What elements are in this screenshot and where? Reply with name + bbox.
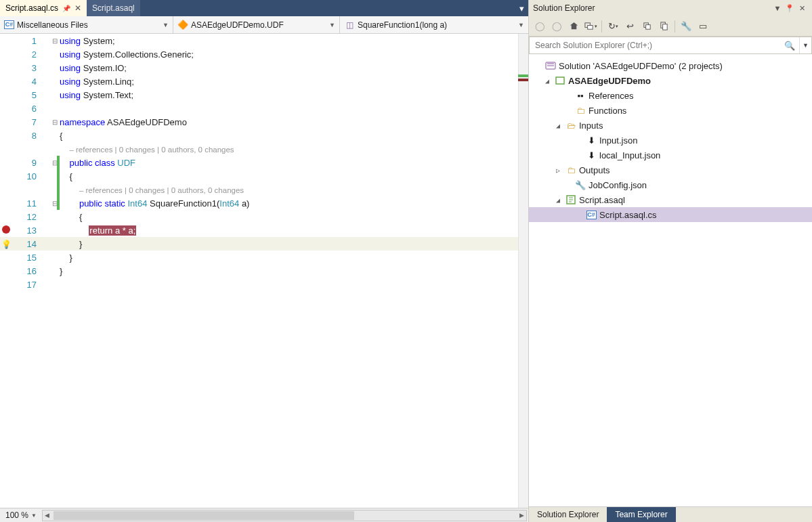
tree-inputs-node[interactable]: ◢ 🗁 Inputs [529, 118, 812, 133]
fold-toggle[interactable]: ⊟ [50, 37, 60, 45]
tab-script-asaql[interactable]: Script.asaql [87, 0, 140, 16]
tree-script-asaql-node[interactable]: ◢ Script.asaql [529, 192, 812, 207]
tab-solution-explorer[interactable]: Solution Explorer [529, 507, 607, 522]
scroll-right-icon[interactable]: ▶ [516, 510, 527, 521]
sync-button[interactable]: ↻▾ [605, 18, 621, 35]
tree-script-cs-node[interactable]: C# Script.asaql.cs [529, 207, 812, 222]
panel-title: Solution Explorer [533, 3, 771, 13]
expand-icon[interactable]: ◢ [553, 196, 563, 204]
nav-project-dropdown[interactable]: C# Miscellaneous Files ▼ [0, 16, 173, 33]
folder-icon: 🗀 [565, 165, 576, 175]
window-position-icon[interactable]: ▼ [771, 4, 784, 12]
expand-icon[interactable]: ◢ [542, 77, 552, 85]
scroll-left-icon[interactable]: ◀ [42, 510, 53, 521]
pin-icon[interactable]: 📍 [784, 4, 796, 13]
nav-member-dropdown[interactable]: ◫ SquareFunction1(long a) ▼ [340, 16, 528, 33]
tree-input-json[interactable]: ⬇ Input.json [529, 133, 812, 148]
download-icon: ⬇ [586, 135, 597, 146]
tab-team-explorer[interactable]: Team Explorer [607, 507, 675, 522]
scrollbar-thumb[interactable] [54, 511, 354, 520]
tree-outputs-node[interactable]: ▷ 🗀 Outputs [529, 162, 812, 177]
breakpoint[interactable] [0, 225, 12, 236]
svg-rect-7 [556, 77, 564, 84]
chevron-down-icon[interactable]: ▼ [31, 513, 41, 519]
references-icon: ▪▪ [575, 90, 586, 101]
search-options-icon[interactable]: ▼ [799, 37, 811, 53]
forward-button[interactable]: ◯ [549, 18, 565, 35]
codelens[interactable]: – references | 0 changes | 0 authors, 0 … [69, 146, 234, 154]
breakpoint-icon [2, 225, 10, 234]
node-label: Inputs [579, 121, 603, 131]
close-icon[interactable]: ✕ [74, 3, 81, 13]
nav-class-dropdown[interactable]: 🔶 ASAEdgeUDFDemo.UDF ▼ [173, 16, 340, 33]
tab-label: Script.asaql.cs [5, 3, 58, 13]
csharp-file-icon: C# [586, 209, 597, 220]
nav-member-label: SquareFunction1(long a) [358, 20, 447, 30]
tree-jobconfig-node[interactable]: 🔧 JobConfig.json [529, 177, 812, 192]
tabs-overflow-button[interactable]: ▾ [515, 0, 528, 16]
tree-solution-node[interactable]: Solution 'ASAEdgeUDFDemo' (2 projects) [529, 58, 812, 73]
document-tabs: Script.asaql.cs 📌 ✕ Script.asaql ▾ [0, 0, 528, 16]
back-button[interactable]: ◯ [532, 18, 548, 35]
navigation-bar: C# Miscellaneous Files ▼ 🔶 ASAEdgeUDFDem… [0, 16, 528, 34]
editor-status-bar: 100 % ▼ ◀ ▶ [0, 508, 528, 522]
tree-references-node[interactable]: ▪▪ References [529, 88, 812, 103]
collapse-all-button[interactable] [639, 18, 655, 35]
overview-change-mark [518, 74, 528, 77]
codelens[interactable]: – references | 0 changes | 0 authors, 0 … [79, 186, 244, 194]
breakpoint-highlight: return a * a; [89, 225, 136, 236]
svg-rect-1 [588, 26, 593, 30]
node-label: ASAEdgeUDFDemo [568, 76, 651, 86]
chevron-down-icon: ▼ [518, 22, 524, 28]
preview-button[interactable]: ▭ [695, 18, 711, 35]
solution-explorer-titlebar: Solution Explorer ▼ 📍 ✕ [529, 0, 812, 16]
overview-ruler[interactable] [518, 34, 528, 508]
node-label: Script.asaql [579, 195, 625, 205]
home-button[interactable] [565, 18, 582, 35]
solution-search[interactable]: 🔍 ▼ [529, 37, 812, 54]
editor-pane: Script.asaql.cs 📌 ✕ Script.asaql ▾ C# Mi… [0, 0, 529, 522]
script-icon [565, 194, 576, 205]
node-label: local_Input.json [599, 150, 660, 160]
solution-tree[interactable]: Solution 'ASAEdgeUDFDemo' (2 projects) ◢… [529, 54, 812, 506]
svg-rect-3 [645, 25, 650, 30]
tree-project-node[interactable]: ◢ ASAEdgeUDFDemo [529, 73, 812, 88]
solution-explorer-pane: Solution Explorer ▼ 📍 ✕ ◯ ◯ ▾ ↻▾ ↩ 🔧 ▭ 🔍… [529, 0, 812, 522]
lightbulb-icon[interactable]: 💡 [1, 240, 12, 249]
tab-label: Script.asaql [92, 3, 135, 13]
bottom-tabs: Solution Explorer Team Explorer [529, 506, 812, 522]
nav-project-label: Miscellaneous Files [17, 20, 88, 30]
nav-class-label: ASAEdgeUDFDemo.UDF [191, 20, 284, 30]
node-label: JobConfig.json [589, 180, 647, 190]
project-icon [555, 75, 565, 86]
close-icon[interactable]: ✕ [796, 4, 808, 13]
fold-toggle[interactable]: ⊟ [50, 118, 60, 126]
solution-search-input[interactable] [530, 41, 780, 50]
expand-icon[interactable]: ◢ [553, 122, 563, 129]
chevron-down-icon: ▼ [329, 22, 335, 28]
scope-button[interactable]: ▾ [582, 18, 599, 35]
node-label: Solution 'ASAEdgeUDFDemo' (2 projects) [559, 61, 723, 71]
tree-local-input-json[interactable]: ⬇ local_Input.json [529, 148, 812, 162]
pin-icon[interactable]: 📌 [62, 5, 70, 12]
properties-button[interactable]: 🔧 [678, 18, 694, 35]
tree-functions-node[interactable]: 🗀 Functions [529, 103, 812, 118]
node-label: Script.asaql.cs [599, 210, 657, 220]
code-editor[interactable]: ⇕ 1⊟using System; 2using System.Collecti… [0, 34, 528, 508]
class-icon: 🔶 [177, 20, 188, 30]
node-label: References [589, 91, 633, 101]
search-icon[interactable]: 🔍 [780, 41, 799, 51]
show-all-files-button[interactable] [656, 18, 672, 35]
change-marker [57, 156, 60, 210]
refresh-button[interactable]: ↩ [622, 18, 638, 35]
solution-toolbar: ◯ ◯ ▾ ↻▾ ↩ 🔧 ▭ [529, 16, 812, 37]
folder-icon: 🗀 [575, 105, 586, 116]
horizontal-scrollbar[interactable]: ◀ ▶ [42, 510, 527, 521]
svg-rect-5 [662, 24, 667, 30]
chevron-down-icon: ▼ [163, 22, 169, 28]
expand-icon[interactable]: ▷ [553, 167, 563, 174]
zoom-level[interactable]: 100 % [0, 510, 31, 520]
node-label: Outputs [579, 165, 610, 175]
tab-script-cs[interactable]: Script.asaql.cs 📌 ✕ [0, 0, 87, 16]
overview-error-mark [518, 79, 528, 81]
